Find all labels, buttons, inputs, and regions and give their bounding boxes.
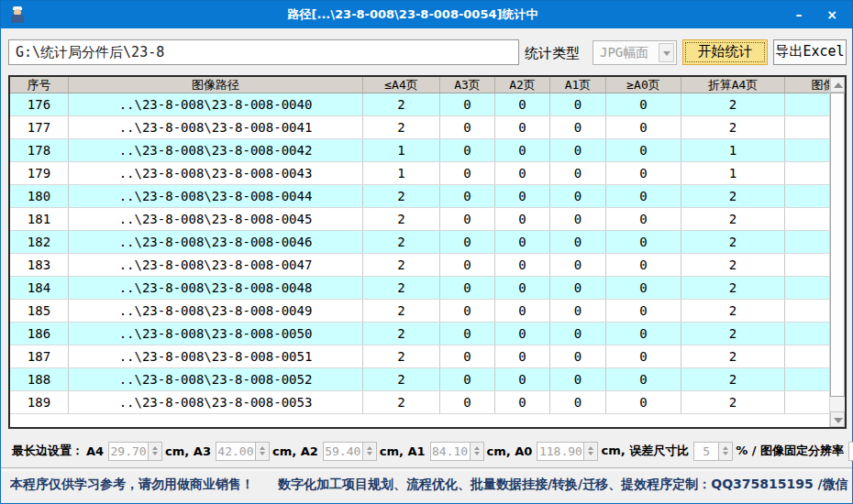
cell-a3-pages: 0 [440,368,495,390]
cell-index: 185 [10,300,69,322]
cell-converted-a4: 2 [681,254,785,276]
chevron-down-icon[interactable] [659,43,674,62]
cell-a0-pages: 0 [606,231,681,253]
scrollbar-thumb[interactable] [830,93,845,397]
table-row[interactable]: 188 ..\23-8-008\23-8-008-0052 2 0 0 0 0 … [10,368,829,391]
cell-a4-pages: 2 [363,116,440,138]
column-header[interactable]: 图像路径 [69,77,363,93]
a1-max-edge-input[interactable] [430,442,471,461]
table-row[interactable]: 180 ..\23-8-008\23-8-008-0044 2 0 0 0 0 … [10,185,829,208]
settings-fields: A4 cm, A3 cm, A2 cm, A1 cm, A0 [83,442,853,461]
spinner-up-icon[interactable] [260,446,265,450]
spinner-down-icon[interactable] [588,452,593,455]
cell-a2-pages: 0 [495,277,550,299]
table-row[interactable]: 176 ..\23-8-008\23-8-008-0040 2 0 0 0 0 … [10,93,829,116]
export-excel-button[interactable]: 导出Excel [773,39,847,65]
window-title: 路径[...\23-8-008\23-8-008-0054]统计中 [56,1,770,28]
spinner-up-icon[interactable] [723,446,728,450]
cell-image-count: 2 [785,185,829,207]
table-row[interactable]: 187 ..\23-8-008\23-8-008-0051 2 0 0 0 0 … [10,345,829,368]
column-header[interactable]: A3页 [440,77,495,93]
table-row[interactable]: 177 ..\23-8-008\23-8-008-0041 2 0 0 0 0 … [10,116,829,139]
cell-a1-pages: 0 [550,254,606,276]
table-row[interactable]: 183 ..\23-8-008\23-8-008-0047 2 0 0 0 0 … [10,254,829,277]
cell-image-count: 1 [785,162,829,184]
column-header[interactable]: A1页 [550,77,606,93]
cell-a1-pages: 0 [550,277,606,299]
column-header[interactable]: ≤A4页 [363,77,440,93]
a4-max-edge-input[interactable] [108,442,149,461]
cell-index: 181 [10,208,69,230]
a2-max-edge-input[interactable] [323,442,363,461]
cell-index: 187 [10,345,69,367]
spinner-down-icon[interactable] [367,452,372,455]
a0-max-edge-input[interactable] [537,442,584,461]
cell-a1-pages: 0 [550,231,606,253]
stat-type-select[interactable]: JPG幅面 [593,40,677,65]
vertical-scrollbar[interactable] [829,77,845,427]
scroll-up-button[interactable] [830,77,845,93]
spinner-down-icon[interactable] [260,452,265,455]
spinner-down-icon[interactable] [723,452,728,455]
spinner-down-icon[interactable] [152,452,158,455]
cell-a1-pages: 0 [550,391,606,413]
table-row[interactable]: 184 ..\23-8-008\23-8-008-0048 2 0 0 0 0 … [10,277,829,300]
column-header[interactable]: 序号 [10,77,69,93]
table-row[interactable]: 179 ..\23-8-008\23-8-008-0043 1 0 0 0 0 … [10,162,829,185]
column-header[interactable]: 图像数量 [785,77,829,93]
table-row[interactable]: 178 ..\23-8-008\23-8-008-0042 1 0 0 0 0 … [10,139,829,162]
fixed-dpi-input[interactable] [848,442,853,461]
cell-converted-a4: 2 [681,345,785,367]
spinner-up-icon[interactable] [588,446,593,450]
cell-a2-pages: 0 [495,231,550,253]
table-row[interactable]: 185 ..\23-8-008\23-8-008-0049 2 0 0 0 0 … [10,300,829,323]
spinner-up-icon[interactable] [367,446,372,450]
tolerance-percent-field: cm, 误差尺寸比 [598,442,733,461]
cell-a0-pages: 0 [606,391,681,413]
cell-image-path: ..\23-8-008\23-8-008-0042 [69,139,363,161]
tolerance-percent-input[interactable] [693,442,719,461]
cell-a2-pages: 0 [495,93,550,115]
column-header[interactable]: A2页 [495,77,550,93]
cell-a4-pages: 2 [363,368,440,390]
a4-max-edge-field: A4 [83,442,162,461]
table-row[interactable]: 186 ..\23-8-008\23-8-008-0050 2 0 0 0 0 … [10,323,829,345]
cell-image-path: ..\23-8-008\23-8-008-0046 [69,231,363,253]
cell-image-count: 2 [785,254,829,276]
start-statistics-button[interactable]: 开始统计 [682,39,768,65]
cell-image-count: 2 [785,391,829,413]
cell-a4-pages: 2 [363,254,440,276]
cell-a1-pages: 0 [550,323,606,345]
cell-a1-pages: 0 [550,345,606,367]
table-row[interactable]: 182 ..\23-8-008\23-8-008-0046 2 0 0 0 0 … [10,231,829,254]
cell-a3-pages: 0 [440,231,495,253]
cell-converted-a4: 2 [681,277,785,299]
cell-a0-pages: 0 [606,208,681,230]
table-row[interactable]: 181 ..\23-8-008\23-8-008-0045 2 0 0 0 0 … [10,208,829,231]
cell-index: 188 [10,368,69,390]
cell-a1-pages: 0 [550,300,606,322]
spinner-up-icon[interactable] [474,446,480,450]
stat-type-label: 统计类型 [525,45,580,62]
a2-max-edge-field: cm, A2 [270,442,377,461]
cell-a2-pages: 0 [495,368,550,390]
minimize-button[interactable]: – [782,1,815,28]
cell-a2-pages: 0 [495,116,550,138]
cell-converted-a4: 2 [681,300,785,322]
table-row[interactable]: 189 ..\23-8-008\23-8-008-0053 2 0 0 0 0 … [10,391,829,414]
column-header[interactable]: ≥A0页 [606,77,681,93]
close-button[interactable]: × [815,1,848,28]
spinner-up-icon[interactable] [152,446,158,450]
a3-max-edge-input[interactable] [216,442,256,461]
cell-a0-pages: 0 [606,185,681,207]
spinner-down-icon[interactable] [474,452,480,455]
cell-a1-pages: 0 [550,368,606,390]
cell-image-path: ..\23-8-008\23-8-008-0051 [69,345,363,367]
path-input[interactable] [8,39,519,65]
cell-converted-a4: 1 [681,162,785,184]
cell-image-count: 2 [785,93,829,115]
cell-a3-pages: 0 [440,345,495,367]
column-header[interactable]: 折算A4页 [681,77,785,93]
cell-a4-pages: 1 [363,139,440,161]
scroll-down-button[interactable] [830,411,845,427]
